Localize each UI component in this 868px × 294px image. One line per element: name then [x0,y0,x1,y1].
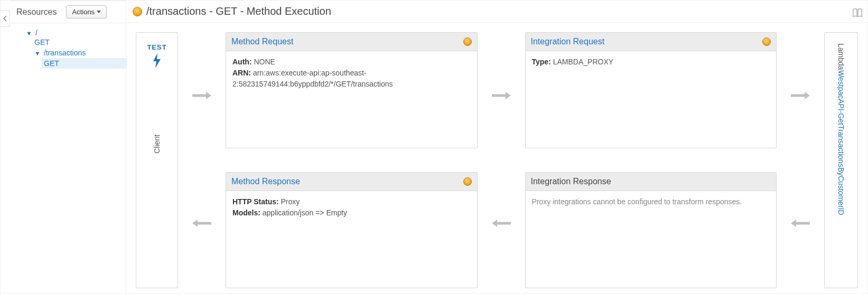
settings-dot-icon[interactable] [463,177,472,186]
integration-response-panel: Integration Response Proxy integrations … [525,172,777,288]
tree-node-transactions[interactable]: /transactions [44,49,86,57]
type-label: Type: [532,58,551,66]
tree-toggle-icon[interactable]: ▼ [34,50,41,56]
tree-node-transactions-get[interactable]: GET [42,58,127,69]
sidebar-title: Resources [13,7,57,17]
title-text: /transactions - GET - Method Execution [146,5,331,17]
settings-dot-icon[interactable] [463,37,472,46]
lambda-prefix: Lambda [837,43,845,70]
method-request-panel: Method Request Auth: NONE ARN: arn:aws:e… [226,32,478,148]
integration-response-message: Proxy integrations cannot be configured … [532,197,742,206]
test-link[interactable]: TEST [147,43,166,51]
type-value: LAMBDA_PROXY [553,58,613,66]
integration-response-title: Integration Response [531,177,611,186]
method-response-link[interactable]: Method Response [231,177,300,186]
client-label: Client [153,135,161,154]
arrow-left-icon [790,218,811,230]
resources-sidebar: Resources Actions ▼ / GET ▼ /transaction… [10,1,126,293]
arrow-right-icon [491,90,512,102]
arrow-left-icon [491,218,512,230]
tree-node-root[interactable]: / [35,29,38,37]
http-status-value: Proxy [281,197,300,206]
http-status-label: HTTP Status: [232,197,279,206]
tree-node-root-get[interactable]: GET [34,38,50,46]
arrow-left-icon [191,218,212,230]
method-response-panel: Method Response HTTP Status: Proxy Model… [226,172,478,288]
lightning-icon[interactable] [152,53,162,71]
documentation-icon[interactable] [852,7,861,16]
arn-label: ARN: [232,69,251,77]
settings-dot-icon[interactable] [762,37,771,46]
tree-toggle-icon[interactable]: ▼ [26,30,32,36]
sidebar-collapse-button[interactable] [1,10,10,27]
arrow-right-icon [790,90,811,102]
page-title: /transactions - GET - Method Execution [133,5,847,17]
resource-tree: ▼ / GET ▼ /transactions GET [10,23,126,72]
models-label: Models: [232,208,260,217]
status-dot-icon [133,7,142,16]
integration-request-link[interactable]: Integration Request [531,37,605,46]
integration-request-panel: Integration Request Type: LAMBDA_PROXY [525,32,777,148]
actions-dropdown[interactable]: Actions [66,5,107,18]
method-request-link[interactable]: Method Request [231,37,293,46]
auth-label: Auth: [232,58,252,66]
lambda-function-link[interactable]: WestpacAPI-GetTransactionsByCustomerID [837,70,845,215]
models-value: application/json => Empty [263,208,347,217]
client-column: TEST Client [136,32,178,288]
auth-value: NONE [254,58,275,66]
arn-value: arn:aws:execute-api:ap-southeast-2:58231… [232,69,393,88]
lambda-column: Lambda WestpacAPI-GetTransactionsByCusto… [824,32,858,288]
caret-down-icon [97,11,101,13]
actions-label: Actions [72,8,95,16]
arrow-right-icon [191,90,212,102]
